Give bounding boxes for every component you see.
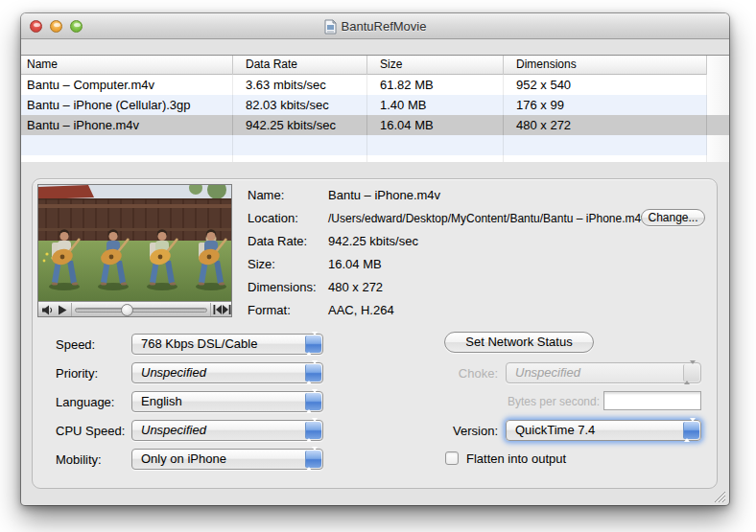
controller-divider — [71, 303, 72, 316]
size-value: 16.04 MB — [328, 257, 382, 271]
cell-name: Bantu – iPhone.m4v — [21, 115, 233, 135]
volume-icon — [41, 305, 54, 315]
size-label: Size: — [248, 257, 275, 271]
popup-stepper-icon — [683, 422, 699, 439]
volume-button[interactable] — [40, 302, 54, 317]
cell-size: 16.04 MB — [367, 115, 504, 135]
priority-popup-value: Unspecified — [132, 363, 322, 382]
set-network-status-button[interactable]: Set Network Status — [444, 332, 594, 353]
choke-label: Choke: — [405, 366, 498, 381]
mobility-popup[interactable]: Only on iPhone — [131, 449, 323, 470]
step-back-button[interactable] — [212, 302, 222, 317]
priority-popup[interactable]: Unspecified — [131, 362, 323, 383]
scrollbar-track — [707, 75, 729, 95]
popup-stepper-icon — [305, 393, 321, 410]
speed-popup-value: 768 Kbps DSL/Cable — [132, 335, 322, 354]
table-header: Name Data Rate Size Dimensions — [21, 56, 729, 75]
cell-data-rate: 3.63 mbits/sec — [233, 75, 367, 95]
movie-table: Name Data Rate Size Dimensions Bantu – C… — [21, 55, 729, 161]
cell-dimensions: 176 x 99 — [504, 95, 707, 115]
step-forward-icon — [223, 305, 231, 314]
column-header-data-rate[interactable]: Data Rate — [233, 56, 367, 75]
name-label: Name: — [248, 188, 284, 202]
priority-label: Priority: — [56, 366, 98, 381]
window: BantuRefMovie Name Data Rate Size Dimens… — [21, 13, 729, 505]
popup-stepper-icon — [683, 364, 699, 382]
cell-dimensions: 952 x 540 — [504, 75, 707, 95]
window-title: BantuRefMovie — [342, 19, 427, 34]
popup-stepper-icon — [305, 364, 321, 382]
cell-size: 61.82 MB — [367, 75, 504, 95]
cell-name: Bantu – Computer.m4v — [21, 75, 233, 95]
column-header-scrollbar — [707, 56, 729, 75]
dimensions-value: 480 x 272 — [328, 280, 383, 294]
language-popup[interactable]: English — [131, 391, 323, 412]
cell-size: 1.40 MB — [367, 95, 504, 115]
version-popup-value: QuickTime 7.4 — [507, 421, 700, 440]
table-row-selected[interactable]: Bantu – iPhone.m4v 942.25 kbits/sec 16.0… — [21, 115, 729, 135]
flatten-checkbox-label[interactable]: Flatten into output — [466, 451, 566, 466]
video-preview[interactable] — [38, 185, 231, 301]
version-popup[interactable]: QuickTime 7.4 — [506, 420, 701, 441]
speed-label: Speed: — [56, 337, 95, 352]
scrollbar-track — [707, 95, 729, 115]
data-rate-label: Data Rate: — [248, 234, 307, 248]
cpu-speed-popup[interactable]: Unspecified — [131, 420, 323, 441]
cpu-speed-label: CPU Speed: — [56, 424, 125, 438]
screen: BantuRefMovie Name Data Rate Size Dimens… — [0, 0, 756, 532]
scrollbar-track — [707, 115, 729, 135]
step-forward-button[interactable] — [222, 302, 231, 317]
location-label: Location: — [248, 211, 298, 225]
mobility-label: Mobility: — [56, 452, 102, 467]
cpu-speed-popup-value: Unspecified — [132, 421, 322, 440]
column-header-name[interactable]: Name — [21, 56, 233, 75]
play-button[interactable] — [57, 302, 68, 317]
video-player — [37, 184, 232, 317]
column-header-size[interactable]: Size — [367, 56, 504, 75]
popup-stepper-icon — [305, 335, 321, 353]
cell-name: Bantu – iPhone (Cellular).3gp — [21, 95, 233, 115]
scrubber-track[interactable] — [75, 308, 207, 312]
speed-popup[interactable]: 768 Kbps DSL/Cable — [131, 334, 323, 355]
step-back-icon — [213, 305, 222, 314]
dimensions-label: Dimensions: — [248, 280, 317, 294]
language-popup-value: English — [132, 392, 322, 411]
language-label: Language: — [56, 395, 114, 409]
empty-row — [21, 155, 729, 162]
column-header-dimensions[interactable]: Dimensions — [504, 56, 707, 75]
mobility-popup-value: Only on iPhone — [132, 450, 322, 469]
player-controller — [38, 301, 231, 316]
change-button[interactable]: Change... — [641, 209, 705, 226]
choke-popup: Unspecified — [506, 362, 701, 383]
data-rate-value: 942.25 kbits/sec — [328, 234, 418, 248]
popup-stepper-icon — [305, 451, 321, 468]
document-icon — [324, 19, 337, 35]
resize-grip[interactable] — [711, 489, 726, 503]
table-row[interactable]: Bantu – iPhone (Cellular).3gp 82.03 kbit… — [21, 95, 729, 115]
choke-popup-value: Unspecified — [507, 363, 700, 382]
titlebar[interactable]: BantuRefMovie — [21, 13, 729, 39]
controller-divider — [210, 303, 211, 316]
cell-data-rate: 942.25 kbits/sec — [233, 115, 367, 135]
version-label: Version: — [405, 424, 498, 438]
format-value: AAC, H.264 — [328, 303, 394, 317]
cell-data-rate: 82.03 kbits/sec — [233, 95, 367, 115]
format-label: Format: — [248, 303, 291, 317]
popup-stepper-icon — [305, 422, 321, 439]
name-value: Bantu – iPhone.m4v — [328, 188, 440, 202]
empty-row — [21, 135, 729, 155]
location-value: /Users/edward/Desktop/MyContent/Bantu/Ba… — [328, 212, 647, 225]
play-icon — [59, 305, 67, 315]
bytes-per-second-label: Bytes per second: — [405, 395, 600, 408]
cell-dimensions: 480 x 272 — [504, 115, 707, 135]
table-row[interactable]: Bantu – Computer.m4v 3.63 mbits/sec 61.8… — [21, 75, 729, 95]
scrubber[interactable] — [121, 304, 133, 316]
flatten-checkbox[interactable] — [445, 451, 459, 465]
bytes-per-second-input[interactable] — [603, 391, 701, 410]
